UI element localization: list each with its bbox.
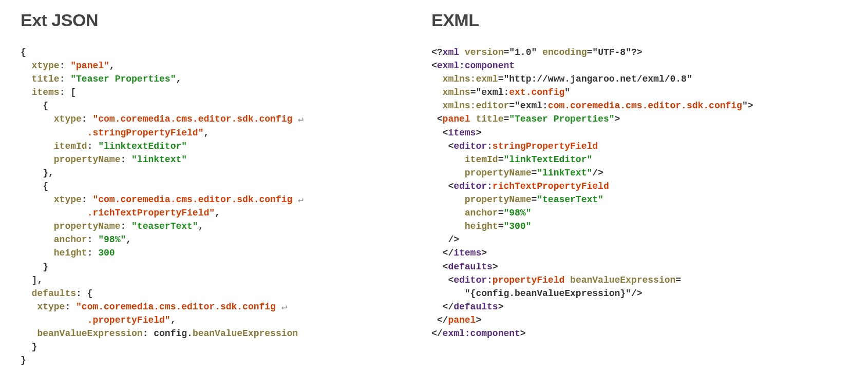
- code-token: beanValueExpression: [193, 328, 298, 339]
- code-token: 300: [98, 248, 115, 258]
- code-token: :: [65, 302, 76, 312]
- code-token: ↵: [298, 194, 304, 205]
- code-token: [470, 114, 476, 124]
- code-token: :: [87, 248, 99, 258]
- code-token: <: [431, 181, 454, 191]
- code-token: ,: [109, 61, 115, 71]
- code-token: [21, 74, 32, 84]
- code-token: "com.coremedia.cms.editor.sdk.config: [92, 194, 298, 205]
- code-token: ,: [176, 74, 181, 84]
- ext-json-code-block: { xtype: "panel", title: "Teaser Propert…: [21, 46, 390, 367]
- code-token: items: [448, 128, 476, 138]
- code-token: [21, 234, 54, 245]
- code-token: xmlns:editor: [443, 101, 510, 111]
- code-token: exml:component: [437, 61, 515, 71]
- code-token: =: [498, 221, 504, 231]
- code-token: />: [592, 168, 603, 178]
- code-token: defaults: [454, 302, 498, 312]
- code-token: >: [498, 302, 504, 312]
- code-token: =: [587, 47, 593, 57]
- code-token: >: [748, 101, 753, 111]
- code-token: >: [615, 114, 620, 124]
- code-token: ↵: [298, 114, 304, 124]
- code-token: />: [631, 288, 643, 299]
- code-token: [431, 208, 465, 218]
- code-token: =: [498, 74, 504, 84]
- code-token: itemId: [465, 154, 498, 165]
- exml-code-block: <?xml version="1.0" encoding="UTF-8"?> <…: [431, 46, 832, 340]
- code-token: .propertyField": [87, 315, 171, 325]
- code-token: title: [32, 74, 60, 84]
- code-token: "1.0": [509, 47, 537, 57]
- code-token: [21, 87, 32, 97]
- code-token: : {: [76, 288, 92, 299]
- code-token: richTextPropertyField: [493, 181, 609, 191]
- code-token: height: [54, 248, 87, 258]
- code-token: height: [465, 221, 498, 231]
- code-token: ": [742, 101, 748, 111]
- code-token: >: [481, 248, 487, 258]
- code-token: =: [509, 101, 515, 111]
- exml-heading: EXML: [431, 10, 832, 30]
- code-token: }: [21, 262, 48, 272]
- code-token: "{config.beanValueExpression}": [465, 288, 631, 299]
- code-token: [431, 101, 443, 111]
- code-token: ,: [126, 234, 131, 245]
- code-token: propertyField: [493, 275, 564, 285]
- code-token: =: [531, 194, 537, 205]
- code-token: "linkTextEditor": [503, 154, 592, 165]
- code-token: <: [431, 275, 454, 285]
- code-token: :: [120, 154, 131, 165]
- code-token: propertyName: [54, 221, 121, 231]
- code-token: :: [120, 221, 131, 231]
- code-token: }: [21, 355, 26, 365]
- code-token: ?>: [631, 47, 643, 57]
- code-token: ],: [21, 275, 43, 285]
- code-token: : [: [60, 87, 76, 97]
- code-token: "com.coremedia.cms.editor.sdk.config: [76, 302, 281, 312]
- code-token: "teaserText": [131, 221, 198, 231]
- code-token: anchor: [54, 234, 87, 245]
- code-token: [537, 47, 542, 57]
- code-token: ,: [215, 208, 220, 218]
- code-token: xtype: [37, 302, 65, 312]
- code-token: "http://www.jangaroo.net/exml/0.8": [503, 74, 692, 84]
- code-token: "com.coremedia.cms.editor.sdk.config: [92, 114, 298, 124]
- code-token: <?: [431, 47, 443, 57]
- code-token: panel: [448, 315, 476, 325]
- code-token: :: [87, 234, 99, 245]
- code-token: .stringPropertyField": [87, 128, 204, 138]
- code-token: panel: [443, 114, 470, 124]
- code-token: editor:: [454, 181, 493, 191]
- code-token: items: [454, 248, 481, 258]
- code-token: />: [431, 234, 459, 245]
- code-token: </: [431, 302, 454, 312]
- code-token: "exml:: [476, 87, 509, 97]
- code-token: propertyName: [54, 154, 121, 165]
- code-token: [431, 194, 465, 205]
- code-token: =: [531, 168, 537, 178]
- code-token: [21, 61, 32, 71]
- code-token: "linkText": [537, 168, 592, 178]
- code-token: <: [431, 61, 437, 71]
- code-token: [21, 248, 54, 258]
- code-token: "300": [503, 221, 531, 231]
- code-token: "teaserText": [537, 194, 603, 205]
- code-token: "linktext": [131, 154, 187, 165]
- code-token: =: [470, 87, 476, 97]
- code-token: <: [431, 114, 443, 124]
- code-token: exml:component: [443, 328, 520, 339]
- code-token: </: [431, 328, 443, 339]
- code-token: {: [21, 101, 48, 111]
- code-token: version: [465, 47, 504, 57]
- code-token: <: [431, 141, 454, 151]
- code-token: anchor: [465, 208, 498, 218]
- code-token: [21, 302, 37, 312]
- code-token: [431, 87, 443, 97]
- code-token: xtype: [54, 194, 82, 205]
- code-token: {: [21, 47, 26, 57]
- code-token: [21, 315, 87, 325]
- code-token: [431, 74, 443, 84]
- code-token: title: [476, 114, 503, 124]
- code-token: <: [431, 262, 448, 272]
